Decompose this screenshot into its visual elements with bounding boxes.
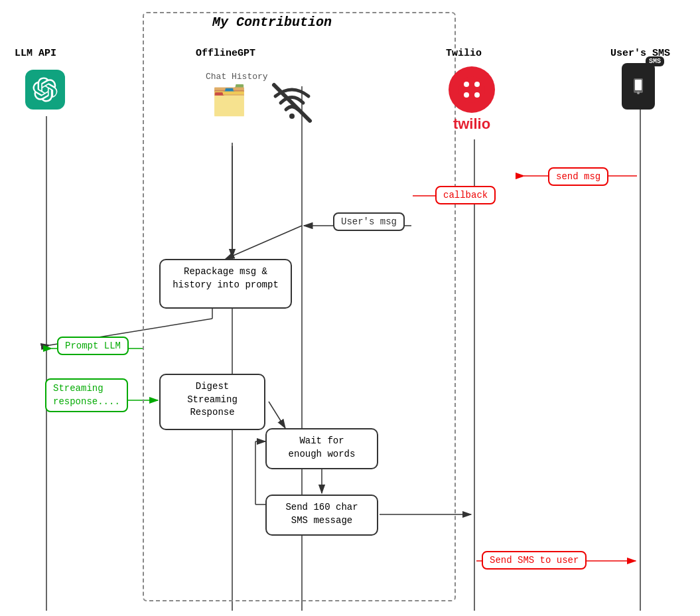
- svg-point-29: [458, 76, 485, 103]
- twilio-label: Twilio: [446, 48, 482, 59]
- openai-icon-container: [25, 70, 65, 110]
- offlinegpt-label: OfflineGPT: [196, 48, 255, 59]
- chat-history-label: Chat History: [206, 72, 268, 82]
- users-msg-label: User's msg: [333, 212, 405, 231]
- digest-box: DigestStreamingResponse: [159, 374, 265, 430]
- callback-label: callback: [435, 186, 496, 204]
- repackage-box: Repackage msg & history into prompt: [159, 259, 292, 309]
- diagram: My Contribution LLM API OfflineGPT Chat …: [0, 0, 700, 616]
- wifi-off-icon: [269, 80, 315, 129]
- prompt-llm-label: Prompt LLM: [57, 337, 129, 355]
- send-sms-box: Send 160 charSMS message: [265, 495, 378, 536]
- openai-icon: [25, 70, 65, 110]
- twilio-text-label: twilio: [449, 116, 495, 133]
- svg-point-30: [464, 82, 469, 87]
- streaming-response-label: Streamingresponse....: [45, 378, 128, 412]
- svg-point-27: [289, 114, 295, 119]
- contribution-title: My Contribution: [212, 15, 332, 30]
- svg-rect-35: [635, 80, 642, 90]
- llm-api-label: LLM API: [15, 48, 56, 59]
- svg-point-31: [474, 82, 480, 87]
- svg-point-36: [637, 92, 640, 94]
- svg-point-32: [464, 92, 469, 98]
- wait-words-box: Wait forenough words: [265, 428, 378, 469]
- svg-point-33: [474, 92, 480, 98]
- send-sms-to-user-label: Send SMS to user: [482, 551, 587, 570]
- twilio-icon: twilio: [449, 66, 495, 133]
- chat-history-icon: 🗂️: [211, 83, 247, 119]
- sms-badge: SMS: [646, 56, 664, 66]
- send-msg-label: send msg: [548, 167, 608, 186]
- sms-phone-icon: SMS: [622, 63, 655, 110]
